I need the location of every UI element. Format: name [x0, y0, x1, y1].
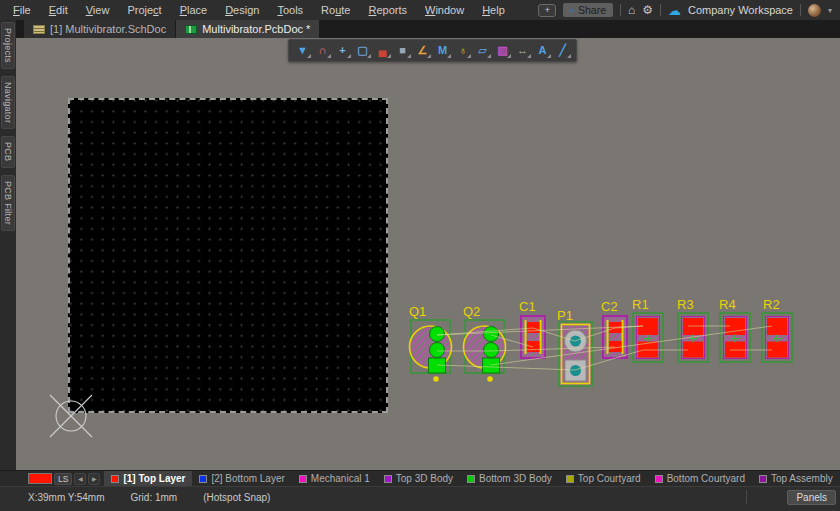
layer-tab--1-top-layer[interactable]: [1] Top Layer	[104, 471, 192, 487]
layer-tabs: [1] Top Layer[2] Bottom LayerMechanical …	[104, 471, 840, 487]
layer-tab-label: Mechanical 1	[311, 473, 370, 484]
component-r2[interactable]	[762, 313, 792, 362]
layer-tab-top-3d-body[interactable]: Top 3D Body	[377, 471, 460, 487]
designator-r4: R4	[719, 297, 736, 312]
separator	[800, 4, 801, 16]
snap-status: (Hotspot Snap)	[203, 490, 270, 505]
snap-magnet-icon[interactable]: ∩	[313, 40, 332, 61]
component-p1[interactable]	[559, 322, 592, 386]
designator-p1: P1	[557, 308, 573, 323]
layer-tab-label: Bottom 3D Body	[479, 473, 552, 484]
place-fill-icon[interactable]: ■	[393, 40, 412, 61]
place-via-icon[interactable]: ♁	[453, 40, 472, 61]
doc-tab-schdoc[interactable]: [1] Multivibrator.SchDoc	[24, 20, 175, 38]
place-string-icon[interactable]: A	[533, 40, 552, 61]
menu-reports[interactable]: Reports	[359, 0, 416, 20]
component-r1[interactable]	[633, 313, 663, 362]
layer-color-swatch	[759, 475, 767, 483]
status-bar: X:39mm Y:54mm Grid: 1mm (Hotspot Snap) P…	[0, 486, 840, 511]
layer-tab-label: Top Assembly	[771, 473, 833, 484]
user-avatar[interactable]	[808, 4, 821, 17]
comment-button[interactable]: +	[538, 4, 556, 17]
grid-setting: Grid: 1mm	[131, 490, 178, 505]
menu-design[interactable]: Design	[216, 0, 268, 20]
designator-r2: R2	[763, 297, 780, 312]
tune-length-icon[interactable]: M	[433, 40, 452, 61]
menu-project[interactable]: Project	[118, 0, 170, 20]
place-region-icon[interactable]: ▨	[493, 40, 512, 61]
menu-view[interactable]: View	[77, 0, 119, 20]
place-pad-icon[interactable]: ▄	[373, 40, 392, 61]
sidebar-tab-projects[interactable]: Projects	[1, 22, 15, 69]
workspace-name[interactable]: Company Workspace	[688, 4, 793, 16]
comment-plus-icon: +	[545, 5, 550, 15]
component-c1[interactable]	[521, 316, 545, 358]
menu-window[interactable]: Window	[416, 0, 473, 20]
document-tab-bar: [1] Multivibrator.SchDocMultivibrator.Pc…	[0, 20, 840, 38]
layer-tab-top-assembly[interactable]: Top Assembly	[752, 471, 840, 487]
sidebar-tab-pcb-filter[interactable]: PCB Filter	[1, 175, 15, 231]
designator-c1: C1	[519, 299, 536, 314]
scroll-layers-left-button[interactable]: ◀	[74, 473, 86, 485]
place-dimension-icon[interactable]: ↔	[513, 40, 532, 61]
designator-q2: Q2	[463, 304, 480, 319]
designator-c2: C2	[601, 299, 618, 314]
layer-tab-bottom-3d-body[interactable]: Bottom 3D Body	[460, 471, 559, 487]
menu-route[interactable]: Route	[312, 0, 359, 20]
altium-pcb-editor-window: FileEditViewProjectPlaceDesignToolsRoute…	[0, 0, 840, 511]
settings-gear-icon[interactable]: ⚙	[642, 0, 653, 20]
board-origin-marker	[50, 395, 92, 437]
schdoc-icon	[33, 25, 45, 34]
layer-color-swatch	[199, 475, 207, 483]
place-line-icon[interactable]: ╱	[553, 40, 572, 61]
place-polygon-icon[interactable]: ▱	[473, 40, 492, 61]
layer-tab--2-bottom-layer[interactable]: [2] Bottom Layer	[192, 471, 291, 487]
menu-edit[interactable]: Edit	[40, 0, 77, 20]
filter-icon[interactable]: ▼	[293, 40, 312, 61]
layer-tab-label: [2] Bottom Layer	[211, 473, 284, 484]
layer-color-swatch	[384, 475, 392, 483]
layer-tab-top-courtyard[interactable]: Top Courtyard	[559, 471, 648, 487]
menu-file[interactable]: File	[4, 0, 40, 20]
menu-list: FileEditViewProjectPlaceDesignToolsRoute…	[0, 0, 514, 20]
menubar-right-cluster: + ▸ Share ⌂ ⚙ ☁ Company Workspace ▾	[538, 0, 840, 20]
left-panel-tab-strip: ProjectsNavigatorPCBPCB Filter	[0, 20, 16, 470]
move-icon[interactable]: +	[333, 40, 352, 61]
menu-place[interactable]: Place	[171, 0, 217, 20]
cursor-position: X:39mm Y:54mm	[28, 490, 105, 505]
interactive-route-icon[interactable]: ∠	[413, 40, 432, 61]
pcbdoc-icon	[185, 25, 197, 34]
layer-color-swatch	[655, 475, 663, 483]
home-icon[interactable]: ⌂	[628, 0, 635, 20]
scroll-layers-right-button[interactable]: ▶	[88, 473, 100, 485]
workarea: Q1Q2C1P1C2R1R3R4R2 ▼∩+▢▄■∠M♁▱▨↔A╱	[0, 38, 840, 470]
user-menu-caret-icon[interactable]: ▾	[828, 6, 832, 15]
layer-sets-button[interactable]: LS	[54, 473, 72, 485]
separator	[660, 4, 661, 16]
separator	[746, 490, 747, 504]
designator-r1: R1	[632, 297, 649, 312]
layer-color-swatch	[111, 475, 119, 483]
sidebar-tab-navigator[interactable]: Navigator	[1, 76, 15, 129]
cloud-workspace-icon: ☁	[668, 3, 681, 18]
menu-tools[interactable]: Tools	[268, 0, 312, 20]
share-button[interactable]: ▸ Share	[563, 3, 613, 17]
component-c2[interactable]	[603, 316, 627, 358]
menubar: FileEditViewProjectPlaceDesignToolsRoute…	[0, 0, 840, 20]
component-r4[interactable]	[720, 313, 750, 362]
layer-color-swatch	[566, 475, 574, 483]
layer-tab-bottom-courtyard[interactable]: Bottom Courtyard	[648, 471, 752, 487]
menu-help[interactable]: Help	[473, 0, 514, 20]
doc-tab-pcbdoc[interactable]: Multivibrator.PcbDoc *	[176, 20, 319, 38]
layer-tab-mechanical-1[interactable]: Mechanical 1	[292, 471, 377, 487]
separator	[620, 4, 621, 16]
panels-button[interactable]: Panels	[787, 490, 836, 505]
pcb-canvas[interactable]: Q1Q2C1P1C2R1R3R4R2 ▼∩+▢▄■∠M♁▱▨↔A╱	[16, 38, 840, 470]
select-area-icon[interactable]: ▢	[353, 40, 372, 61]
current-layer-color-swatch	[28, 473, 52, 484]
share-arrow-icon: ▸	[570, 5, 575, 15]
sidebar-tab-pcb[interactable]: PCB	[1, 136, 15, 167]
component-r3[interactable]	[678, 313, 708, 362]
designator-q1: Q1	[409, 304, 426, 319]
designator-r3: R3	[677, 297, 694, 312]
